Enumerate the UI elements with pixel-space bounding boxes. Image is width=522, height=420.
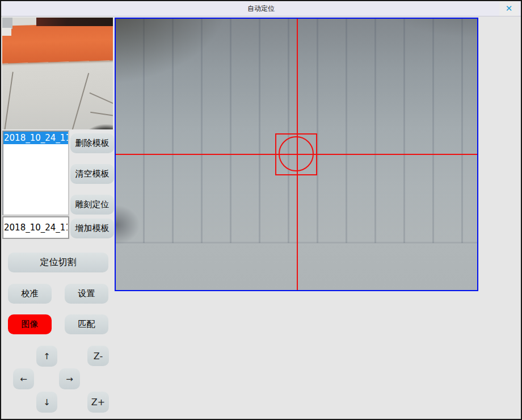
template-name-input[interactable] [2,216,69,239]
clear-templates-button[interactable]: 清空模板 [70,164,114,184]
jog-down-button[interactable]: ↓ [36,392,57,413]
list-item[interactable]: 2018_10_24_11 [3,132,68,144]
camera-view [115,18,478,291]
add-template-button[interactable]: 增加模板 [70,219,114,238]
jog-up-button[interactable]: ↑ [36,346,57,367]
delete-template-button[interactable]: 删除模板 [70,133,114,153]
position-cut-button[interactable]: 定位切割 [8,253,108,272]
match-button[interactable]: 匹配 [65,314,108,334]
z-minus-button[interactable]: Z- [87,346,109,366]
thumbnail-dark-bar [36,18,113,26]
jog-right-button[interactable]: → [59,368,80,389]
image-button[interactable]: 图像 [8,314,52,334]
template-thumbnail [2,18,113,129]
target-circle [279,136,314,171]
engrave-position-button[interactable]: 雕刻定位 [70,195,114,215]
auto-position-dialog: 自动定位 ✕ 2018_10_24_11 删除模板 清空模板 雕刻定位 增加模板… [0,0,522,420]
thumbnail-dark-object [81,124,113,129]
settings-button[interactable]: 设置 [65,284,108,304]
template-list[interactable]: 2018_10_24_11 [2,131,69,216]
jog-left-button[interactable]: ← [13,368,34,389]
thumbnail-white-patch [2,28,11,36]
z-plus-button[interactable]: Z+ [87,392,109,413]
calibrate-button[interactable]: 校准 [8,284,52,304]
window-title: 自动定位 [1,1,521,16]
close-icon[interactable]: ✕ [499,1,519,16]
titlebar: 自动定位 ✕ [1,1,521,16]
thumbnail-orange-edge [2,23,113,64]
thumbnail-gray-patch [2,18,12,29]
